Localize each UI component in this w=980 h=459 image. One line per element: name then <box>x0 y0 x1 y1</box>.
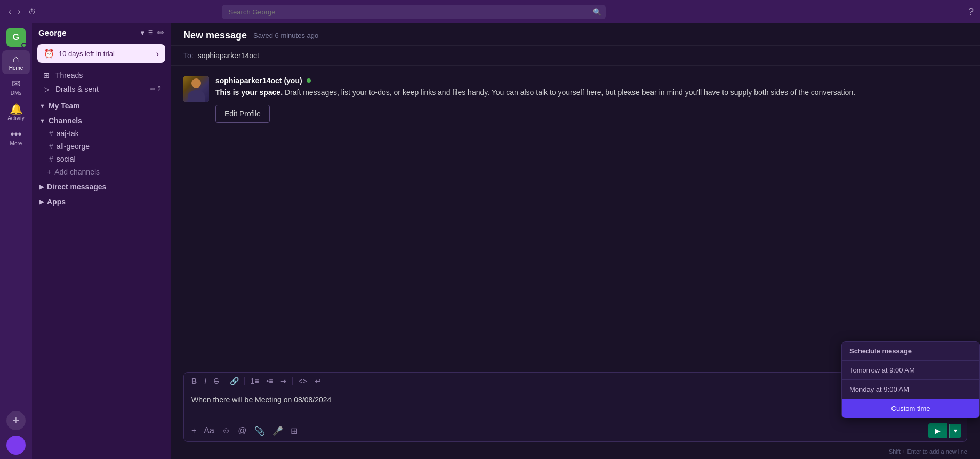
hash-icon: # <box>49 155 53 163</box>
apps-toggle-icon: ▶ <box>39 199 44 205</box>
ordered-list-button[interactable]: 1≡ <box>248 376 261 386</box>
workspace-chevron[interactable]: ▾ <box>141 29 144 37</box>
user-avatar-button[interactable]: G <box>6 28 26 47</box>
channels-header[interactable]: ▼ Channels <box>32 112 171 127</box>
nav-dms-item[interactable]: ✉ DMs <box>2 75 30 99</box>
sidebar-threads-section: ⊞ Threads ▷ Drafts & sent ✏ 2 <box>32 67 171 97</box>
audio-button[interactable]: 🎤 <box>270 425 285 437</box>
space-intro-bold: This is your space. <box>215 88 283 97</box>
more-format-button[interactable]: ↩ <box>312 376 323 386</box>
toolbar-separator <box>292 377 293 385</box>
edit-profile-button[interactable]: Edit Profile <box>215 105 270 123</box>
apps-header[interactable]: ▶ Apps <box>32 193 171 208</box>
attach-button[interactable]: 📎 <box>252 425 267 437</box>
schedule-custom-option[interactable]: Custom time <box>842 399 979 418</box>
to-label: To: <box>183 51 194 60</box>
trial-arrow-icon: › <box>156 49 159 59</box>
composer-footer-left: + Aa ☺ @ 📎 🎤 ⊞ <box>189 425 300 437</box>
to-recipient: sophiaparker14oct <box>198 51 259 60</box>
drafts-icon: ▷ <box>42 85 51 93</box>
nav-back-button[interactable]: ‹ <box>6 6 13 18</box>
sidebar-header: George ▾ ≡ ✏ <box>32 23 171 42</box>
italic-button[interactable]: I <box>202 376 208 386</box>
top-bar: ‹ › ⏱ 🔍 ? <box>0 0 980 23</box>
drafts-badge: ✏ 2 <box>150 85 161 93</box>
hint-text: Shift + Enter to add a new line <box>171 448 980 459</box>
channel-name: social <box>57 155 76 163</box>
send-button[interactable]: ▶ <box>928 423 947 438</box>
status-circle[interactable] <box>6 436 26 455</box>
top-right: ? <box>968 6 974 18</box>
indent-button[interactable]: ⇥ <box>278 376 289 386</box>
dms-icon: ✉ <box>12 78 21 89</box>
sender-name: sophiaparker14oct (you) <box>215 76 302 85</box>
filter-icon[interactable]: ≡ <box>148 28 153 38</box>
trial-banner[interactable]: ⏰ 10 days left in trial › <box>37 44 165 63</box>
nav-home-item[interactable]: ⌂ Home <box>2 50 30 74</box>
channel-name: aaj-tak <box>57 129 79 138</box>
add-workspace-button[interactable]: + <box>6 411 26 430</box>
workspace-name: George <box>38 28 136 37</box>
message-title: New message <box>183 30 247 41</box>
strikethrough-button[interactable]: S <box>212 376 221 386</box>
font-button[interactable]: Aa <box>202 425 216 437</box>
composer-footer: + Aa ☺ @ 📎 🎤 ⊞ ▶ ▾ <box>184 420 967 441</box>
direct-messages-header[interactable]: ▶ Direct messages <box>32 178 171 193</box>
chat-area: sophiaparker14oct (you) This is your spa… <box>171 66 980 372</box>
message-saved: Saved 6 minutes ago <box>253 31 318 39</box>
channel-all-george[interactable]: # all-george <box>34 140 168 153</box>
compose-icon[interactable]: ✏ <box>157 28 164 38</box>
code-button[interactable]: <> <box>296 376 309 386</box>
hash-icon: # <box>49 142 53 151</box>
more-icon: ••• <box>10 129 21 139</box>
user-avatar-image <box>183 76 209 102</box>
channel-name: all-george <box>57 142 90 151</box>
to-field: To: sophiaparker14oct <box>171 46 980 66</box>
nav-activity-item[interactable]: 🔔 Activity <box>2 100 30 124</box>
help-button[interactable]: ? <box>968 6 974 18</box>
channel-social[interactable]: # social <box>34 153 168 165</box>
emoji-button[interactable]: ☺ <box>220 425 232 437</box>
send-schedule-dropdown-button[interactable]: ▾ <box>949 424 961 438</box>
my-team-header[interactable]: ▼ My Team <box>32 97 171 112</box>
search-icon: 🔍 <box>593 8 601 16</box>
composer-footer-right: ▶ ▾ <box>928 423 961 438</box>
message-block: sophiaparker14oct (you) This is your spa… <box>183 76 967 123</box>
search-input[interactable] <box>222 5 606 19</box>
sidebar-header-icons: ≡ ✏ <box>148 28 164 38</box>
drafts-sent-item[interactable]: ▷ Drafts & sent ✏ 2 <box>34 82 168 96</box>
bold-button[interactable]: B <box>189 376 199 386</box>
plus-button[interactable]: + <box>189 425 198 437</box>
channel-aaj-tak[interactable]: # aaj-tak <box>34 127 168 140</box>
message-header: New message Saved 6 minutes ago <box>171 23 980 46</box>
schedule-option-monday[interactable]: Monday at 9:00 AM <box>842 380 979 399</box>
mention-button[interactable]: @ <box>236 425 248 437</box>
link-button[interactable]: 🔗 <box>228 376 241 386</box>
message-body: sophiaparker14oct (you) This is your spa… <box>215 76 967 123</box>
add-channel-item[interactable]: + Add channels <box>32 165 171 178</box>
schedule-header: Schedule message <box>842 342 979 361</box>
hash-icon: # <box>49 129 53 138</box>
add-channel-icon: + <box>47 168 51 176</box>
drafts-badge-icon: ✏ <box>150 85 156 93</box>
bullet-list-button[interactable]: •≡ <box>264 376 275 386</box>
composer-container: Schedule message Tomorrow at 9:00 AM Mon… <box>171 372 980 448</box>
activity-icon: 🔔 <box>10 104 23 114</box>
shortcuts-button[interactable]: ⊞ <box>288 425 300 437</box>
threads-item[interactable]: ⊞ Threads <box>34 68 168 82</box>
search-bar-container: 🔍 <box>222 5 606 19</box>
history-button[interactable]: ⏱ <box>25 6 39 18</box>
nav-forward-button[interactable]: › <box>15 6 22 18</box>
direct-messages-label: Direct messages <box>47 183 106 191</box>
nav-more-item[interactable]: ••• More <box>2 125 30 149</box>
schedule-option-tomorrow[interactable]: Tomorrow at 9:00 AM <box>842 361 979 380</box>
icon-nav: G ⌂ Home ✉ DMs 🔔 Activity ••• More + <box>0 23 32 459</box>
channels-label: Channels <box>49 116 82 125</box>
nav-arrows: ‹ › ⏱ <box>6 6 39 18</box>
apps-label: Apps <box>47 197 66 206</box>
dms-label: DMs <box>11 90 22 96</box>
dm-toggle-icon: ▶ <box>39 184 44 191</box>
drafts-badge-count: 2 <box>157 85 161 93</box>
main-content: New message Saved 6 minutes ago To: soph… <box>171 23 980 459</box>
home-label: Home <box>9 65 23 71</box>
